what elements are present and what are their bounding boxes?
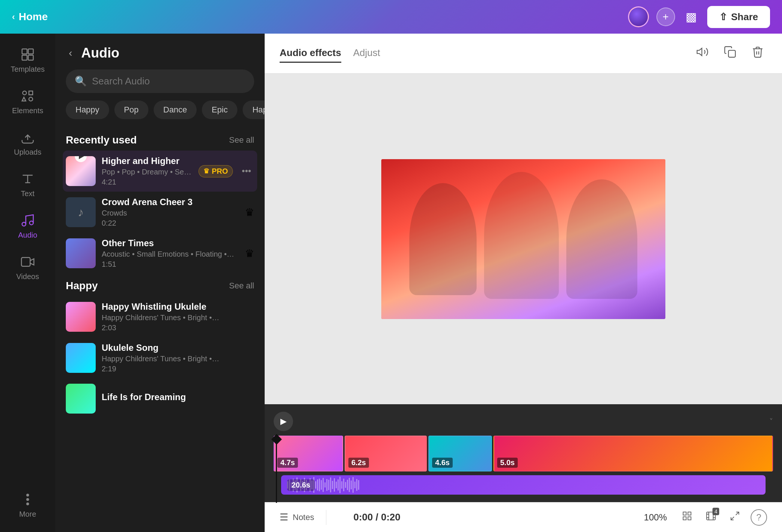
audio-panel-title: Audio: [81, 45, 119, 61]
video-clip-3[interactable]: 4.6s: [428, 436, 492, 471]
sidebar-item-uploads[interactable]: Uploads: [3, 124, 52, 163]
uploads-icon: [20, 130, 35, 145]
notes-label: Notes: [293, 513, 314, 522]
frame-count-button[interactable]: 4: [703, 508, 719, 527]
crowd-arena-tags: Crowds: [102, 209, 239, 217]
play-button[interactable]: ▶: [274, 412, 293, 431]
sidebar-item-audio[interactable]: Audio: [3, 207, 52, 245]
higher-and-higher-name: Higher and Higher: [102, 156, 193, 166]
right-toolbar: Audio effects Adjust: [265, 34, 782, 74]
audio-item-other-times[interactable]: Other Times Acoustic • Small Emotions • …: [63, 233, 257, 274]
delete-button[interactable]: [748, 43, 767, 64]
audio-item-crowd-arena[interactable]: ♪ Crowd Arena Cheer 3 Crowds 0:22 ♛: [63, 192, 257, 233]
audio-back-button[interactable]: ‹: [66, 44, 75, 62]
share-button[interactable]: ⇧ Share: [707, 6, 770, 28]
search-icon: 🔍: [75, 75, 87, 87]
waveform-bar: [358, 480, 359, 490]
tag-pop[interactable]: Pop: [114, 100, 148, 119]
notes-section[interactable]: ☰ Notes: [280, 511, 314, 523]
svg-rect-3: [28, 55, 33, 60]
happy-whistling-name: Happy Whistling Ukulele: [102, 301, 254, 312]
svg-rect-2: [22, 55, 27, 60]
waveform-bar: [328, 480, 329, 490]
video-clip-4[interactable]: 5.0s: [493, 436, 773, 471]
other-times-gradient: [66, 238, 96, 268]
sidebar-item-elements[interactable]: Elements: [3, 83, 52, 121]
sidebar-more-label: More: [19, 510, 36, 519]
person-silhouette-1: [409, 183, 477, 295]
volume-icon: [696, 46, 709, 58]
sidebar-item-more[interactable]: More: [3, 486, 52, 525]
waveform-bar: [347, 480, 348, 490]
audio-waveform: [281, 475, 766, 495]
grid-view-button[interactable]: [679, 508, 695, 527]
waveform-bar: [315, 481, 316, 489]
crowd-arena-thumb: ♪: [66, 197, 96, 227]
sidebar-item-videos[interactable]: Videos: [3, 248, 52, 287]
tag-dance[interactable]: Dance: [154, 100, 197, 119]
home-button[interactable]: ‹ Home: [12, 11, 48, 23]
clip-2-duration: 6.2s: [348, 458, 369, 468]
expand-button[interactable]: [727, 508, 743, 527]
waveform-bar: [324, 482, 326, 488]
happy-whistling-gradient: [66, 302, 96, 332]
waveform-bar: [321, 480, 322, 490]
help-button[interactable]: ?: [751, 509, 767, 526]
happy-section-title: Happy: [66, 280, 98, 292]
audio-item-higher-and-higher[interactable]: Higher and Higher Pop • Pop • Dreamy • S…: [63, 151, 257, 192]
volume-button[interactable]: [693, 43, 712, 64]
video-clip-1[interactable]: 4.7s: [274, 436, 343, 471]
more-options-button[interactable]: •••: [239, 163, 254, 179]
duplicate-icon: [724, 46, 736, 58]
avatar[interactable]: [628, 6, 649, 27]
play-icon: [79, 156, 84, 159]
add-button[interactable]: +: [656, 7, 675, 26]
right-panel: Audio effects Adjust: [265, 34, 782, 532]
play-button[interactable]: [75, 156, 87, 162]
stats-icon[interactable]: ▩: [683, 7, 700, 27]
tag-happyb[interactable]: Happy b: [243, 100, 265, 119]
audio-item-ukulele-song[interactable]: Ukulele Song Happy Childrens' Tunes • Br…: [63, 337, 257, 378]
crowd-arena-name: Crowd Arena Cheer 3: [102, 197, 239, 207]
waveform-bar: [339, 477, 341, 493]
other-times-thumb: [66, 238, 96, 268]
topbar: ‹ Home + ▩ ⇧ Share: [0, 0, 782, 34]
svg-rect-13: [729, 50, 735, 57]
waveform-bar: [326, 479, 327, 491]
other-times-info: Other Times Acoustic • Small Emotions • …: [102, 238, 239, 269]
audio-panel-header: ‹ Audio: [55, 34, 265, 69]
recently-used-see-all[interactable]: See all: [229, 135, 254, 145]
higher-and-higher-info: Higher and Higher Pop • Pop • Dreamy • S…: [102, 156, 193, 186]
audio-timeline-track[interactable]: 20.6s: [281, 475, 766, 495]
happy-see-all[interactable]: See all: [229, 281, 254, 291]
waveform-bar: [317, 479, 318, 491]
audio-item-life-dreaming[interactable]: Life Is for Dreaming: [63, 378, 257, 419]
notes-icon: ☰: [280, 511, 288, 523]
sidebar-item-templates[interactable]: Templates: [3, 41, 52, 80]
left-sidebar: Templates Elements Uploads Text: [0, 34, 55, 532]
svg-point-6: [22, 222, 26, 226]
sidebar-item-text[interactable]: Text: [3, 166, 52, 204]
tag-epic[interactable]: Epic: [202, 100, 237, 119]
video-content: [381, 159, 665, 319]
sidebar-text-label: Text: [21, 189, 35, 198]
audio-list: Recently used See all Higher and Higher …: [55, 128, 265, 532]
life-dreaming-gradient: [66, 384, 96, 414]
video-clip-2[interactable]: 6.2s: [345, 436, 427, 471]
svg-point-7: [30, 221, 33, 225]
tab-adjust[interactable]: Adjust: [353, 44, 380, 63]
ukulele-song-name: Ukulele Song: [102, 343, 254, 353]
tag-happy[interactable]: Happy: [66, 100, 109, 119]
higher-and-higher-duration: 4:21: [102, 178, 193, 186]
audio-item-happy-whistling[interactable]: Happy Whistling Ukulele Happy Childrens'…: [63, 296, 257, 337]
clip-4-duration: 5.0s: [497, 458, 518, 468]
higher-and-higher-tags: Pop • Pop • Dreamy • Sentimental: [102, 168, 193, 176]
clips-container: 4.7s 6.2s 4.6s 5.0s: [265, 436, 782, 495]
search-input[interactable]: [92, 75, 245, 87]
bottom-icons: 4 ?: [679, 508, 767, 527]
duplicate-button[interactable]: [721, 43, 739, 64]
tab-audio-effects[interactable]: Audio effects: [280, 44, 341, 63]
waveform-bar: [319, 479, 320, 491]
recently-used-title: Recently used: [66, 134, 137, 146]
life-dreaming-name: Life Is for Dreaming: [102, 392, 254, 402]
